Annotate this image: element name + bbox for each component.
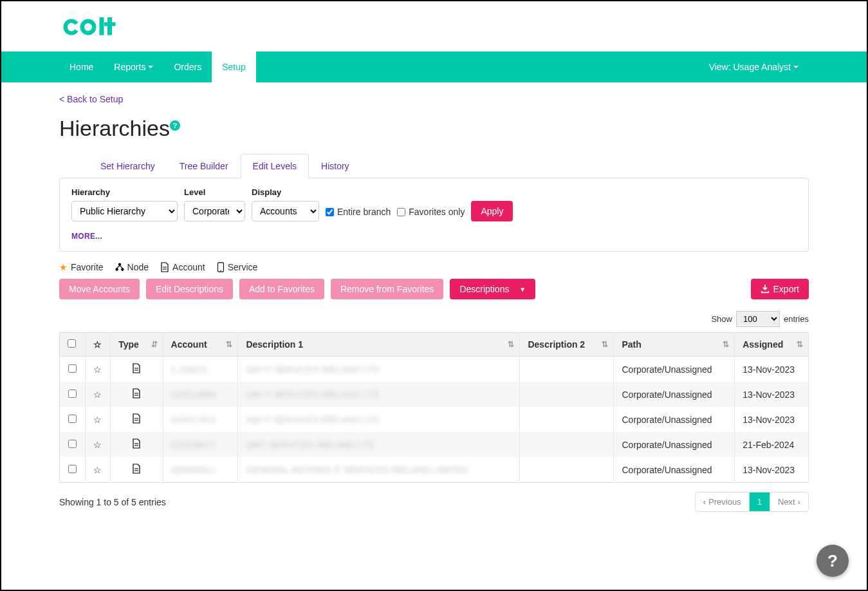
table-row: ☆020517821GM IT SERVICES IRELAND LTDCorp… bbox=[60, 407, 809, 432]
nav-setup[interactable]: Setup bbox=[212, 52, 256, 82]
page-title-text: Hierarchies bbox=[59, 116, 170, 140]
help-fab[interactable]: ? bbox=[817, 545, 849, 577]
row-checkbox[interactable] bbox=[68, 364, 77, 373]
cell-path: Corporate/Unassigned bbox=[614, 457, 735, 483]
header-account[interactable]: Account⇅ bbox=[163, 333, 238, 357]
table-row: ☆020534411GENERAL MOTORS IT SERVICES IRE… bbox=[60, 457, 809, 483]
nav-reports[interactable]: Reports bbox=[104, 52, 163, 82]
svg-point-1 bbox=[84, 23, 92, 31]
download-icon bbox=[761, 285, 770, 294]
edit-descriptions-button[interactable]: Edit Descriptions bbox=[146, 279, 233, 299]
back-to-setup-link[interactable]: < Back to Setup bbox=[59, 94, 123, 104]
help-icon[interactable]: ? bbox=[170, 120, 180, 131]
cell-assigned: 13-Nov-2023 bbox=[735, 457, 809, 483]
apply-button[interactable]: Apply bbox=[471, 201, 513, 221]
star-outline-icon[interactable]: ☆ bbox=[93, 364, 102, 375]
document-icon bbox=[132, 464, 141, 474]
move-accounts-button[interactable]: Move Accounts bbox=[59, 279, 140, 299]
hierarchy-select[interactable]: Public Hierarchy bbox=[71, 201, 178, 221]
nav-view-label: View: Usage Analyst bbox=[709, 62, 791, 72]
header-checkbox bbox=[60, 333, 86, 357]
show-label-pre: Show bbox=[711, 314, 732, 324]
svg-rect-4 bbox=[104, 23, 116, 26]
cell-desc1: GM IT SERVICES IRELAND LTD bbox=[246, 415, 379, 425]
favorites-only-checkbox[interactable] bbox=[397, 208, 405, 216]
descriptions-button[interactable]: Descriptions ▼ bbox=[450, 279, 535, 299]
sort-icon: ⇅ bbox=[602, 340, 608, 349]
show-entries-select[interactable]: 100 bbox=[736, 311, 780, 327]
document-icon bbox=[132, 363, 141, 373]
legend-node-label: Node bbox=[127, 262, 149, 272]
header-path[interactable]: Path⇅ bbox=[614, 333, 735, 357]
add-to-favorites-button[interactable]: Add to Favorites bbox=[239, 279, 324, 299]
action-bar: Move Accounts Edit Descriptions Add to F… bbox=[59, 279, 809, 299]
tab-tree-builder[interactable]: Tree Builder bbox=[167, 154, 241, 178]
table-row: ☆1-J20021GM IT SERVICES IRELAND LTDCorpo… bbox=[60, 357, 809, 382]
select-all-checkbox[interactable] bbox=[68, 339, 76, 348]
export-button[interactable]: Export bbox=[751, 279, 809, 299]
cell-account: 1-J20021 bbox=[171, 364, 208, 375]
main-nav: Home Reports Orders Setup View: Usage An… bbox=[1, 52, 867, 82]
svg-point-9 bbox=[220, 270, 221, 271]
svg-point-7 bbox=[121, 268, 124, 270]
row-checkbox[interactable] bbox=[68, 415, 77, 423]
nav-view-selector[interactable]: View: Usage Analyst bbox=[699, 52, 809, 82]
sort-icon: ⇅ bbox=[723, 340, 729, 349]
more-filters-link[interactable]: MORE... bbox=[71, 232, 797, 241]
cell-type bbox=[111, 432, 163, 457]
page-1-button[interactable]: 1 bbox=[750, 493, 770, 511]
svg-point-6 bbox=[115, 268, 118, 270]
nav-reports-label: Reports bbox=[114, 62, 145, 72]
cell-desc2 bbox=[520, 407, 614, 432]
svg-rect-3 bbox=[107, 17, 112, 35]
header-desc2[interactable]: Description 2⇅ bbox=[520, 333, 614, 357]
legend: ★Favorite Node Account Service bbox=[59, 262, 809, 272]
nav-orders[interactable]: Orders bbox=[163, 52, 212, 82]
cell-account: 020534411 bbox=[171, 465, 216, 475]
star-outline-icon: ☆ bbox=[93, 339, 102, 350]
cell-path: Corporate/Unassigned bbox=[614, 407, 735, 432]
cell-type bbox=[111, 407, 163, 432]
cell-desc1: GMT SERVICES IRELAND LTD bbox=[246, 440, 374, 450]
legend-node: Node bbox=[115, 262, 149, 272]
header-type[interactable]: Type⇵ bbox=[111, 333, 163, 357]
previous-button[interactable]: ‹Previous bbox=[696, 493, 750, 511]
next-button[interactable]: Next› bbox=[770, 493, 808, 511]
legend-favorite-label: Favorite bbox=[71, 262, 104, 272]
pager: ‹Previous 1 Next› bbox=[695, 492, 809, 512]
display-label: Display bbox=[252, 187, 319, 197]
tab-edit-levels[interactable]: Edit Levels bbox=[241, 154, 309, 178]
cell-type bbox=[111, 382, 163, 407]
table-footer: Showing 1 to 5 of 5 entries ‹Previous 1 … bbox=[59, 492, 809, 512]
tab-history[interactable]: History bbox=[309, 154, 362, 178]
cell-assigned: 21-Feb-2024 bbox=[735, 432, 809, 457]
header-assigned[interactable]: Assigned⇅ bbox=[735, 333, 809, 357]
row-checkbox[interactable] bbox=[68, 389, 77, 398]
cell-desc1: GM IT SERVICES IRELAND LTD bbox=[246, 389, 379, 400]
cell-desc1: GENERAL MOTORS IT SERVICES IRELAND LIMIT… bbox=[246, 465, 468, 475]
chevron-down-icon: ▼ bbox=[519, 286, 526, 293]
star-outline-icon[interactable]: ☆ bbox=[93, 465, 102, 475]
remove-from-favorites-button[interactable]: Remove from Favorites bbox=[331, 279, 443, 299]
entire-branch-label: Entire branch bbox=[337, 207, 391, 217]
cell-account: 020514006 bbox=[171, 389, 216, 400]
cell-path: Corporate/Unassigned bbox=[614, 382, 735, 407]
cell-desc2 bbox=[520, 382, 614, 407]
nav-home[interactable]: Home bbox=[59, 52, 104, 82]
star-outline-icon[interactable]: ☆ bbox=[93, 415, 102, 425]
tab-set-hierarchy[interactable]: Set Hierarchy bbox=[88, 154, 167, 178]
entire-branch-checkbox[interactable] bbox=[326, 208, 334, 216]
row-checkbox[interactable] bbox=[68, 465, 77, 473]
chevron-left-icon: ‹ bbox=[703, 497, 706, 507]
legend-account-label: Account bbox=[172, 262, 205, 272]
document-icon bbox=[132, 438, 141, 449]
cell-path: Corporate/Unassigned bbox=[614, 357, 735, 382]
star-outline-icon[interactable]: ☆ bbox=[93, 389, 102, 400]
row-checkbox[interactable] bbox=[68, 440, 77, 448]
level-label: Level bbox=[184, 187, 245, 197]
star-outline-icon[interactable]: ☆ bbox=[93, 440, 102, 450]
level-select[interactable]: Corporate bbox=[184, 201, 245, 221]
cell-desc2 bbox=[520, 457, 614, 483]
display-select[interactable]: Accounts bbox=[252, 201, 319, 221]
header-desc1[interactable]: Description 1⇅ bbox=[238, 333, 520, 357]
